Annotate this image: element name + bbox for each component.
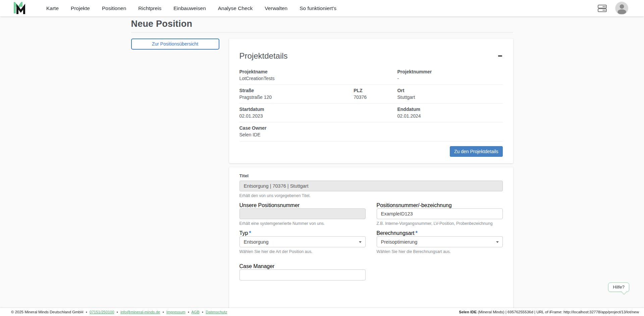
nav-item-richtpreis[interactable]: Richtpreis — [138, 5, 161, 11]
project-details-card: Projektdetails Projektname LotCreationTe… — [229, 39, 513, 163]
case-owner-label: Case Owner — [239, 125, 503, 131]
our-position-number-help: Erhält eine systemgenerierte Nummer von … — [239, 221, 366, 226]
strasse-label: Straße — [239, 88, 354, 93]
field-case-owner: Case Owner Selen IDE — [239, 125, 503, 137]
ort-value: Stuttgart — [397, 94, 502, 100]
ort-label: Ort — [397, 88, 502, 93]
nav-item-so-funktionierts[interactable]: So funktioniert's — [300, 5, 336, 11]
project-row-address: Straße Pragstraße 120 PLZ 70376 Ort Stut… — [239, 84, 503, 103]
case-owner-value: Selen IDE — [239, 132, 503, 137]
projektname-value: LotCreationTests — [239, 76, 397, 81]
footer-link-datenschutz[interactable]: Datenschutz — [206, 310, 227, 314]
footer-left: © 2025 Mineral Minds Deutschland GmbH • … — [11, 310, 227, 314]
case-manager-group: Case Manager — [239, 263, 366, 280]
nav-item-projekte[interactable]: Projekte — [71, 5, 90, 11]
case-manager-select[interactable] — [239, 269, 366, 280]
caret-down-icon — [359, 241, 362, 243]
nav-item-einbauweisen[interactable]: Einbauweisen — [173, 5, 206, 11]
field-ort: Ort Stuttgart — [397, 88, 502, 100]
top-navbar: Karte Projekte Positionen Richtpreis Ein… — [0, 0, 644, 16]
typ-help: Wählen Sie hier die Art der Position aus… — [239, 249, 366, 254]
field-strasse: Straße Pragstraße 120 — [239, 88, 354, 100]
session-user: Selen IDE — [459, 310, 477, 314]
our-position-number-input — [239, 208, 366, 219]
plz-value: 70376 — [354, 94, 397, 100]
projektnummer-value: - — [397, 76, 502, 81]
berechnungsart-selected-value: Preisoptimierung — [381, 239, 418, 245]
footer-session-info: Selen IDE (Mineral Minds) | 69576255536d… — [459, 310, 639, 314]
position-number-help: Z.B. Interne-Vorgangsnummer, LV-Position… — [377, 221, 503, 226]
collapse-card-button[interactable] — [497, 53, 503, 59]
enddatum-label: Enddatum — [397, 107, 502, 112]
strasse-value: Pragstraße 120 — [239, 94, 354, 100]
footer-link-agb[interactable]: AGB — [192, 310, 200, 314]
footer-link-email[interactable]: info@mineral-minds.de — [120, 310, 160, 314]
main-content: Neue Position Zur Positionsübersicht Pro… — [131, 0, 513, 315]
required-asterisk: * — [249, 230, 251, 236]
plz-label: PLZ — [354, 88, 397, 93]
caret-down-icon — [496, 241, 499, 243]
startdatum-value: 02.01.2023 — [239, 113, 397, 119]
required-asterisk: * — [415, 230, 417, 236]
field-projektnummer: Projektnummer - — [397, 69, 502, 81]
titel-label: Titel — [239, 173, 503, 178]
project-row-owner: Case Owner Selen IDE — [239, 122, 503, 141]
back-to-positions-button[interactable]: Zur Positionsübersicht — [131, 39, 219, 50]
mineral-minds-logo-icon[interactable] — [13, 2, 27, 15]
enddatum-value: 02.01.2024 — [397, 113, 502, 119]
project-details-title: Projektdetails — [239, 51, 288, 61]
session-details: (Mineral Minds) | 69576255536d | URL of … — [477, 310, 639, 314]
typ-label: Typ* — [239, 230, 366, 236]
server-stack-icon[interactable] — [598, 5, 607, 12]
our-position-number-label: Unsere Positionsnummer — [239, 202, 366, 208]
position-number-group: Positionsnummer/-bezeichnung Z.B. Intern… — [377, 202, 503, 230]
position-number-label: Positionsnummer/-bezeichnung — [377, 202, 503, 208]
user-avatar-icon[interactable] — [615, 2, 628, 14]
case-manager-label: Case Manager — [239, 263, 366, 269]
typ-select[interactable]: Entsorgung — [239, 236, 366, 247]
field-startdatum: Startdatum 02.01.2023 — [239, 107, 397, 119]
field-enddatum: Enddatum 02.01.2024 — [397, 107, 502, 119]
nav-item-analyse-check[interactable]: Analyse Check — [218, 5, 253, 11]
nav-item-verwalten[interactable]: Verwalten — [265, 5, 287, 11]
field-plz: PLZ 70376 — [354, 88, 397, 100]
projektname-label: Projektname — [239, 69, 397, 74]
new-position-form-card: Titel Erhält den von uns vorgegebenen Ti… — [229, 167, 513, 315]
typ-selected-value: Entsorgung — [244, 239, 269, 245]
titel-help-text: Erhält den von uns vorgegebenen Titel. — [239, 193, 503, 198]
footer-link-impressum[interactable]: Impressum — [166, 310, 185, 314]
startdatum-label: Startdatum — [239, 107, 397, 112]
projektnummer-label: Projektnummer — [397, 69, 502, 74]
project-row-dates: Startdatum 02.01.2023 Enddatum 02.01.202… — [239, 103, 503, 122]
copyright-text: © 2025 Mineral Minds Deutschland GmbH — [11, 310, 84, 314]
titel-input — [239, 181, 503, 191]
titel-field-group: Titel Erhält den von uns vorgegebenen Ti… — [239, 173, 503, 198]
page-title: Neue Position — [131, 19, 513, 33]
berechnungsart-select[interactable]: Preisoptimierung — [377, 236, 503, 247]
project-row-name-number: Projektname LotCreationTests Projektnumm… — [239, 66, 503, 84]
footer-bar: © 2025 Mineral Minds Deutschland GmbH • … — [0, 308, 644, 316]
typ-group: Typ* Entsorgung Wählen Sie hier die Art … — [239, 230, 366, 258]
main-nav: Karte Projekte Positionen Richtpreis Ein… — [46, 5, 336, 11]
minus-icon — [498, 55, 502, 57]
berechnungsart-help: Wählen Sie hier die Berechnungsart aus. — [377, 249, 503, 254]
position-number-input[interactable] — [377, 208, 503, 219]
nav-item-positionen[interactable]: Positionen — [102, 5, 126, 11]
footer-link-phone[interactable]: 07151/250100 — [90, 310, 114, 314]
help-button[interactable]: Hilfe? — [608, 282, 629, 292]
nav-item-karte[interactable]: Karte — [46, 5, 59, 11]
go-to-project-details-button[interactable]: Zu den Projektdetails — [450, 146, 503, 157]
berechnungsart-group: Berechnungsart* Preisoptimierung Wählen … — [377, 230, 503, 258]
our-position-number-group: Unsere Positionsnummer Erhält eine syste… — [239, 202, 366, 230]
berechnungsart-label: Berechnungsart* — [377, 230, 503, 236]
field-projektname: Projektname LotCreationTests — [239, 69, 397, 81]
